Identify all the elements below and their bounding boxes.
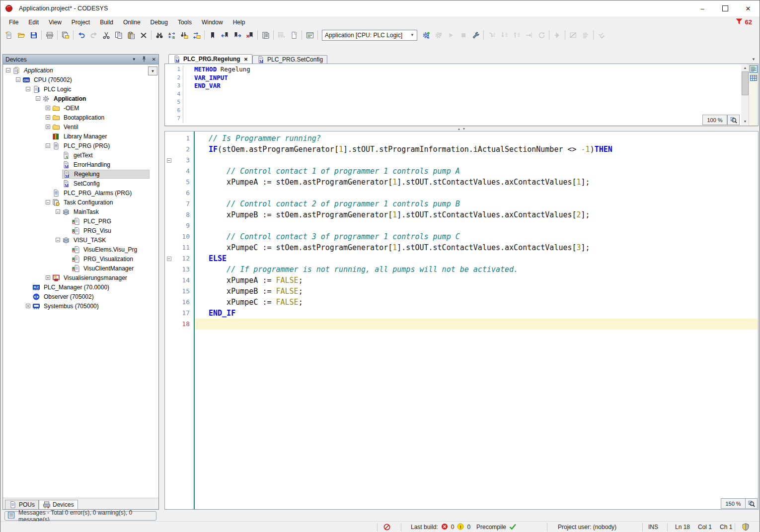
editor-zoom-button[interactable]: [745, 498, 758, 509]
messages-bar[interactable]: Messages - Total 0 error(s), 0 warning(s…: [4, 511, 156, 521]
minimize-button[interactable]: –: [691, 0, 714, 16]
declaration-scrollbar[interactable]: ▲ ▼: [741, 65, 749, 125]
editor-splitter[interactable]: ▲ ▼: [164, 126, 759, 132]
editor-tab-plc-prg-setconfig[interactable]: MPLC_PRG.SetConfig: [252, 55, 327, 64]
fold-marker-icon[interactable]: −: [167, 257, 171, 261]
login-button[interactable]: [420, 29, 432, 41]
build-button[interactable]: [304, 29, 316, 41]
undo-button[interactable]: [75, 29, 87, 41]
editor-tab-plc-prg-regelung[interactable]: MPLC_PRG.Regelung✕: [168, 54, 252, 64]
panel-menu-icon[interactable]: ▼: [132, 57, 136, 62]
pin-icon[interactable]: [140, 55, 148, 64]
tree-item-gettext[interactable]: AgetText: [3, 150, 158, 160]
pages-button[interactable]: [59, 29, 72, 41]
toggle-bookmark-button[interactable]: [206, 29, 219, 41]
replace-button[interactable]: AB: [165, 29, 178, 41]
tree-item-task-configuration[interactable]: −Task Configuration: [3, 198, 158, 207]
panel-tab-devices[interactable]: Devices: [39, 500, 78, 509]
menu-help[interactable]: Help: [228, 17, 250, 27]
editor-zoom-level[interactable]: 150 %: [721, 498, 746, 509]
active-application-combo[interactable]: Application [CPU: PLC Logic]▼: [322, 30, 417, 41]
online-config-button[interactable]: [469, 29, 482, 41]
tree-item-plc-prg[interactable]: PLC_PRG: [3, 216, 158, 226]
find-all-button[interactable]: [178, 29, 190, 41]
menu-tools[interactable]: Tools: [173, 17, 197, 27]
menu-online[interactable]: Online: [118, 17, 146, 27]
panel-close-icon[interactable]: ✕: [152, 57, 156, 62]
paste-button[interactable]: [125, 29, 137, 41]
tree-item--oem[interactable]: +-OEM: [3, 103, 158, 113]
collapse-icon[interactable]: −: [56, 209, 60, 214]
tree-item-systembus-705000-[interactable]: +Systembus (705000): [3, 301, 158, 311]
delete-button[interactable]: [137, 29, 150, 41]
tree-item-bootapplication[interactable]: +Bootapplication: [3, 113, 158, 122]
menu-project[interactable]: Project: [67, 17, 95, 27]
splitter-up-icon[interactable]: ▲: [457, 127, 461, 131]
collapse-icon[interactable]: −: [46, 200, 50, 204]
fold-marker-icon[interactable]: −: [167, 158, 171, 163]
maximize-button[interactable]: [714, 0, 737, 16]
tree-item-application[interactable]: −Application: [3, 94, 158, 103]
collapse-icon[interactable]: −: [26, 87, 30, 91]
tree-item-library-manager[interactable]: Library Manager: [3, 132, 158, 141]
tree-item-prg-visualization[interactable]: PRG_Visualization: [3, 254, 158, 264]
textual-view-button[interactable]: [750, 65, 758, 73]
next-bookmark-button[interactable]: [231, 29, 243, 41]
declaration-editor[interactable]: 1METHOD Regelung2VAR_INPUT3END_VAR4567 ▲…: [164, 64, 759, 126]
prev-bookmark-button[interactable]: [219, 29, 231, 41]
new-file-button[interactable]: [2, 29, 15, 41]
declaration-zoom-button[interactable]: [727, 115, 740, 125]
collapse-icon[interactable]: −: [6, 68, 10, 72]
menu-edit[interactable]: Edit: [23, 17, 44, 27]
tab-list-dropdown-icon[interactable]: ▼: [752, 57, 756, 62]
expand-icon[interactable]: +: [46, 275, 50, 280]
menu-window[interactable]: Window: [197, 17, 228, 27]
tree-item-visuclientmanager[interactable]: VisuClientManager: [3, 264, 158, 273]
menu-view[interactable]: View: [44, 17, 67, 27]
tree-item-regelung[interactable]: MRegelung: [3, 169, 158, 179]
menu-file[interactable]: File: [4, 17, 23, 27]
expand-icon[interactable]: +: [46, 125, 50, 129]
tree-item-plc-prg-prg-[interactable]: −PLC_PRG (PRG): [3, 141, 158, 150]
scroll-down-icon[interactable]: ▼: [744, 118, 747, 125]
splitter-down-icon[interactable]: ▼: [462, 127, 466, 131]
tree-item-visualisierungsmanager[interactable]: +Visualisierungsmanager: [3, 273, 158, 282]
collapse-icon[interactable]: −: [46, 143, 50, 148]
expand-icon[interactable]: +: [26, 304, 30, 308]
scroll-up-icon[interactable]: ▲: [744, 65, 747, 71]
active-application-dropdown[interactable]: ▼: [148, 66, 157, 75]
tree-item-application[interactable]: −Application: [3, 66, 158, 75]
scroll-thumb[interactable]: [742, 71, 749, 95]
collapse-icon[interactable]: −: [16, 77, 20, 82]
cut-button[interactable]: [100, 29, 112, 41]
collapse-icon[interactable]: −: [36, 96, 40, 101]
insert-mode[interactable]: INS: [648, 522, 658, 532]
tree-item-errorhandling[interactable]: MErrorHandling: [3, 160, 158, 169]
save-button[interactable]: [27, 29, 40, 41]
tree-item-setconfig[interactable]: MSetConfig: [3, 179, 158, 188]
tree-item-visuelems-visu-prg[interactable]: VisuElems.Visu_Prg: [3, 245, 158, 254]
collapse-icon[interactable]: −: [56, 238, 60, 242]
declaration-zoom-level[interactable]: 100 %: [702, 115, 727, 125]
print-button[interactable]: [43, 29, 56, 41]
close-button[interactable]: ✕: [737, 0, 760, 16]
tree-item-plc-logic[interactable]: −PLC Logic: [3, 84, 158, 94]
tree-item-cpu-705002-[interactable]: −CPUCPU (705002): [3, 75, 158, 84]
tree-item-maintask[interactable]: −MainTask: [3, 207, 158, 216]
close-tab-icon[interactable]: ✕: [244, 57, 248, 62]
replace-all-button[interactable]: [190, 29, 203, 41]
panel-tab-pous[interactable]: POUs: [5, 500, 39, 509]
expand-icon[interactable]: +: [46, 115, 50, 120]
tree-item-plc-manager-70-0000-[interactable]: PLCPLC_Manager (70.0000): [3, 282, 158, 292]
expand-icon[interactable]: +: [46, 106, 50, 110]
clear-bookmarks-button[interactable]: [243, 29, 256, 41]
tree-item-ventil[interactable]: +Ventil: [3, 122, 158, 132]
menu-debug[interactable]: Debug: [146, 17, 173, 27]
tree-item-visu-task[interactable]: −VISU_TASK: [3, 235, 158, 245]
tree-item-plc-prg-alarms-prg-[interactable]: PLC_PRG_Alarms (PRG): [3, 188, 158, 198]
tree-item-observer-705002-[interactable]: Observer (705002): [3, 292, 158, 301]
tree-item-prg-visu[interactable]: PRG_Visu: [3, 226, 158, 235]
menu-build[interactable]: Build: [95, 17, 118, 27]
clipboard-list-button[interactable]: [259, 29, 272, 41]
new-object-button[interactable]: [288, 29, 300, 41]
